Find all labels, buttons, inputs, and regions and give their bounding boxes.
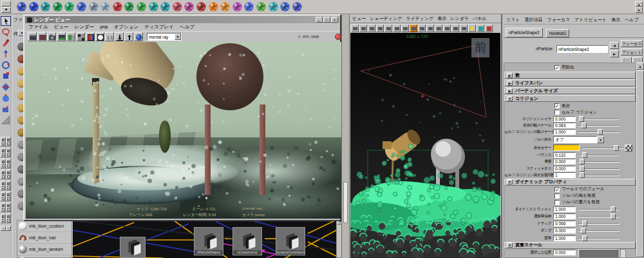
- attr-slider-衝突の幅スケール[interactable]: [578, 123, 620, 128]
- section-arrow[interactable]: ▼: [507, 96, 513, 101]
- menu-rv-menubar-1[interactable]: ビュー: [54, 24, 69, 30]
- rotate-tool[interactable]: [1, 60, 11, 70]
- ipr-render-button[interactable]: [57, 32, 66, 41]
- checkbox-ソルバの重力を無視[interactable]: [554, 200, 560, 205]
- viewport-toolbar-icon-9[interactable]: [426, 25, 434, 32]
- menu-rv-menubar-3[interactable]: IPR: [100, 25, 108, 30]
- texture-map-button[interactable]: [625, 144, 632, 152]
- attr-field-ダンプ[interactable]: 0.000: [553, 228, 576, 233]
- menu-ae-menubar-2[interactable]: フォーカス: [547, 17, 571, 23]
- attr-field-選択した位置[interactable]: 0.000: [553, 250, 576, 255]
- viewport-menu-0[interactable]: ビュー: [352, 15, 366, 22]
- viewport-toolbar-icon-7[interactable]: [410, 25, 417, 32]
- layout-button[interactable]: [1, 181, 6, 190]
- shading-node[interactable]: nComponent1: [232, 227, 262, 255]
- lasso-tool[interactable]: [1, 27, 11, 37]
- shelf-icon-emit-from-object[interactable]: [40, 1, 51, 12]
- layout-button[interactable]: [6, 192, 11, 201]
- shelf-icon-lightning[interactable]: [243, 1, 254, 12]
- layout-button[interactable]: [1, 203, 6, 212]
- viewport-menu-3[interactable]: 表示: [437, 15, 446, 22]
- universal-manip-tool[interactable]: [1, 82, 11, 92]
- layout-button[interactable]: [1, 213, 6, 223]
- rgb-channels-button[interactable]: [86, 32, 95, 41]
- viewport-menu-4[interactable]: レンダラ: [450, 15, 469, 22]
- render-region-button[interactable]: [37, 32, 46, 41]
- material-item[interactable]: mib_illum_hair: [17, 232, 71, 244]
- attr-slider-運動量保存[interactable]: [578, 213, 620, 219]
- viewport-toolbar-icon-4[interactable]: [384, 25, 392, 32]
- remove-image-button[interactable]: [124, 32, 133, 41]
- viewport-menu-2[interactable]: ライティング: [406, 15, 433, 22]
- material-item[interactable]: [17, 255, 71, 258]
- shelf-icon-emitter[interactable]: [28, 1, 39, 12]
- material-item[interactable]: mib_illum_lambert: [17, 244, 71, 255]
- shelf-icon-fire[interactable]: [208, 1, 219, 12]
- attribute-scrollbar[interactable]: ▲: [636, 63, 644, 258]
- section-2[interactable]: ▶パーティクル サイズ: [504, 87, 636, 94]
- refresh-ipr-button[interactable]: [66, 32, 75, 41]
- section-4[interactable]: ▼ダイナミック プロパティ: [504, 179, 636, 186]
- section-arrow[interactable]: ▶: [507, 73, 513, 78]
- layout-button[interactable]: [1, 192, 6, 201]
- menu-rv-menubar-4[interactable]: オプション: [114, 24, 138, 30]
- attr-field-セルフ コリジョン最大反復回数[interactable]: 1: [553, 172, 576, 178]
- viewport-toolbar-icon-12[interactable]: [451, 25, 459, 32]
- menu-ae-menubar-5[interactable]: ヘルプ: [625, 17, 639, 23]
- layout-button[interactable]: [6, 170, 11, 179]
- shelf-icon-vortex[interactable]: [172, 1, 183, 12]
- color-slider[interactable]: [582, 145, 623, 151]
- menu-ae-menubar-3[interactable]: アトリビュート: [574, 17, 607, 23]
- shelf-icon-radial-field[interactable]: [148, 1, 159, 12]
- viewport-canvas[interactable]: 1280 x 720 前: [350, 33, 500, 258]
- shelf-icon-spring[interactable]: [160, 1, 171, 12]
- layout-button[interactable]: [1, 137, 6, 146]
- display-grid-button[interactable]: [76, 32, 85, 41]
- attr-field-衝突の幅スケール[interactable]: 0.083: [553, 123, 576, 128]
- shelf-icon-particle-tool[interactable]: [16, 1, 27, 12]
- shelf-icon-gravity[interactable]: [76, 1, 87, 12]
- section-arrow[interactable]: ▶: [507, 81, 513, 86]
- attr-slider-ダイナミクス ウェイト[interactable]: [578, 206, 620, 212]
- shelf-icon-fan[interactable]: [52, 1, 63, 12]
- last-tool-tool[interactable]: [1, 115, 11, 124]
- ipr-stop-button[interactable]: [335, 34, 341, 40]
- ramp-scrollbar[interactable]: [620, 249, 626, 258]
- layout-button[interactable]: [6, 159, 11, 168]
- viewport-toolbar-icon-10[interactable]: [435, 25, 442, 32]
- menu-rv-menubar-0[interactable]: ファイル: [28, 24, 48, 30]
- minimize-button[interactable]: _: [316, 17, 323, 23]
- layout-button[interactable]: [1, 170, 6, 179]
- viewport-toolbar-icon-8[interactable]: [418, 25, 426, 32]
- section-1[interactable]: ▶ライフスパン: [504, 79, 636, 86]
- scale-tool[interactable]: [1, 71, 11, 81]
- render-view-titlebar[interactable]: レンダー ビュー _ □ ×: [25, 16, 339, 23]
- node-name-field[interactable]: nParticleShape2: [556, 45, 608, 53]
- load-left-button[interactable]: ◄: [610, 42, 619, 49]
- move-tool[interactable]: [1, 49, 11, 59]
- shelf-icon-uniform-field[interactable]: [136, 1, 147, 12]
- section-3[interactable]: ▼コリジョン: [504, 95, 636, 102]
- keep-image-button[interactable]: [115, 32, 124, 41]
- layout-button[interactable]: [6, 181, 11, 190]
- shelf-icon-shatter[interactable]: [256, 1, 267, 12]
- enable-checkbox[interactable]: ✓: [554, 65, 560, 70]
- show-manip-tool[interactable]: [1, 104, 11, 114]
- node-editor[interactable]: nParticleShape1nComponent1dynamicConstra…: [73, 217, 336, 258]
- checkbox-ワールドでのフォース[interactable]: ✓: [554, 187, 560, 192]
- renderer-dropdown-arrow[interactable]: ▼: [175, 34, 181, 40]
- attr-field-スティッキネス[interactable]: 0.000: [553, 166, 576, 172]
- dropdown-arrow[interactable]: ▼: [597, 136, 604, 143]
- load-right-button[interactable]: ►: [610, 50, 619, 57]
- tab-nParticleShape2[interactable]: nParticleShape2: [506, 28, 543, 37]
- viewport-toolbar-icon-0[interactable]: [351, 25, 359, 32]
- shelf-icon-surface-flow[interactable]: [279, 1, 290, 12]
- viewport-toolbar-icon-3[interactable]: [376, 25, 384, 32]
- layout-button[interactable]: [1, 159, 6, 168]
- close-button[interactable]: ×: [331, 17, 338, 23]
- shading-node[interactable]: [120, 237, 146, 258]
- attr-slider-質量[interactable]: [578, 235, 620, 241]
- checkbox-セルフ コリジョン[interactable]: [554, 110, 560, 115]
- snapshot-button[interactable]: [47, 32, 56, 41]
- section-0[interactable]: ▶数: [504, 72, 636, 79]
